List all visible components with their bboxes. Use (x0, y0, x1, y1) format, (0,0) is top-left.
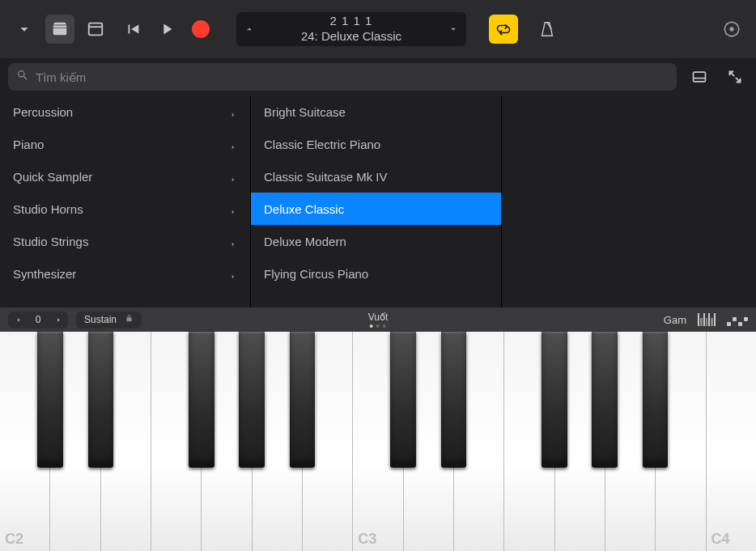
page-dots (368, 324, 389, 328)
octave-label: C3 (358, 531, 376, 548)
next-track-button[interactable] (440, 12, 466, 46)
black-key[interactable] (290, 332, 316, 468)
keyboard-mode-button[interactable] (698, 313, 716, 326)
category-item[interactable]: Synthesizer (0, 257, 250, 290)
sustain-label: Sustain (84, 314, 117, 325)
black-key[interactable] (542, 332, 567, 468)
category-item[interactable]: Piano (0, 128, 250, 160)
preset-item[interactable]: Classic Electric Piano (251, 128, 501, 160)
category-label: Quick Sampler (13, 170, 92, 184)
black-key[interactable] (441, 332, 467, 468)
category-column: PercussionPianoQuick SamplerStudio Horns… (0, 95, 251, 307)
svg-rect-0 (89, 23, 103, 36)
touch-mode-label: Vuốt (368, 312, 389, 323)
preset-item[interactable]: Bright Suitcase (251, 95, 501, 128)
piano-keyboard: C2C3C4 (0, 332, 756, 551)
loop-button[interactable] (489, 15, 518, 44)
category-label: Percussion (13, 105, 73, 119)
library-button[interactable] (45, 15, 74, 44)
record-button[interactable] (189, 18, 212, 40)
preset-label: Deluxe Classic (264, 202, 344, 216)
top-toolbar: 2 1 1 1 24: Deluxe Classic (0, 0, 756, 58)
panel-toggle-button[interactable] (686, 64, 712, 90)
category-label: Synthesizer (13, 267, 76, 281)
chevron-right-icon (229, 205, 237, 213)
black-key[interactable] (37, 332, 63, 468)
lcd-center[interactable]: 2 1 1 1 24: Deluxe Classic (262, 14, 440, 45)
category-item[interactable]: Studio Strings (0, 225, 250, 257)
play-button[interactable] (155, 18, 178, 40)
lock-icon (125, 314, 134, 325)
category-item[interactable]: Quick Sampler (0, 160, 250, 193)
svg-point-4 (729, 27, 733, 31)
black-key[interactable] (592, 332, 618, 468)
preset-column: Bright SuitcaseClassic Electric PianoCla… (251, 95, 502, 307)
preset-item[interactable]: Classic Suitcase Mk IV (251, 160, 501, 193)
preset-item[interactable]: Deluxe Classic (251, 193, 501, 225)
rewind-button[interactable] (121, 18, 144, 40)
lcd-display: 2 1 1 1 24: Deluxe Classic (236, 12, 466, 46)
metronome-button[interactable] (533, 15, 562, 44)
preset-label: Classic Electric Piano (264, 138, 380, 151)
preset-label: Deluxe Modern (264, 235, 346, 248)
chevron-right-icon (229, 108, 237, 116)
touch-mode-indicator[interactable]: Vuốt (368, 312, 389, 328)
octave-down-button[interactable] (8, 311, 28, 328)
chevron-right-icon (229, 140, 237, 148)
preset-item[interactable]: Deluxe Modern (251, 225, 501, 257)
category-label: Studio Strings (13, 235, 88, 248)
category-item[interactable]: Studio Horns (0, 193, 250, 225)
arpeggiator-mode-button[interactable] (727, 313, 748, 326)
category-label: Studio Horns (13, 202, 83, 216)
lcd-position: 2 1 1 1 (262, 14, 440, 29)
preset-label: Classic Suitcase Mk IV (264, 170, 388, 184)
black-key[interactable] (239, 332, 265, 468)
search-input[interactable] (36, 70, 669, 84)
sustain-button[interactable]: Sustain (76, 311, 142, 328)
keyboard-controls-bar: 0 Sustain Vuốt Gam (0, 307, 756, 332)
lcd-track-title: 24: Deluxe Classic (262, 29, 440, 45)
white-key[interactable]: C4 (707, 332, 756, 551)
preset-item[interactable]: Flying Circus Piano (251, 257, 501, 290)
sound-browser: PercussionPianoQuick SamplerStudio Horns… (0, 95, 756, 307)
black-key[interactable] (390, 332, 416, 468)
search-row (0, 58, 756, 95)
preset-label: Flying Circus Piano (264, 267, 368, 281)
chevron-right-icon (229, 269, 237, 278)
settings-button[interactable] (717, 15, 746, 44)
expand-button[interactable] (722, 64, 748, 90)
preset-label: Bright Suitcase (264, 105, 346, 119)
nav-menu-button[interactable] (10, 15, 39, 44)
octave-control: 0 (8, 311, 68, 328)
black-key[interactable] (189, 332, 214, 468)
black-key[interactable] (88, 332, 114, 468)
octave-label: C4 (711, 531, 730, 548)
category-item[interactable]: Percussion (0, 95, 250, 128)
view-button[interactable] (81, 15, 110, 44)
search-icon (16, 69, 29, 85)
chevron-right-icon (229, 172, 237, 180)
svg-rect-5 (694, 72, 706, 82)
transport-controls (121, 18, 212, 40)
octave-value: 0 (28, 314, 49, 325)
category-label: Piano (13, 138, 44, 151)
octave-up-button[interactable] (49, 311, 68, 328)
black-key[interactable] (643, 332, 669, 468)
prev-track-button[interactable] (236, 12, 262, 46)
scale-button[interactable]: Gam (664, 314, 686, 326)
chevron-right-icon (229, 237, 237, 245)
search-box[interactable] (8, 63, 677, 91)
octave-label: C2 (5, 531, 23, 548)
